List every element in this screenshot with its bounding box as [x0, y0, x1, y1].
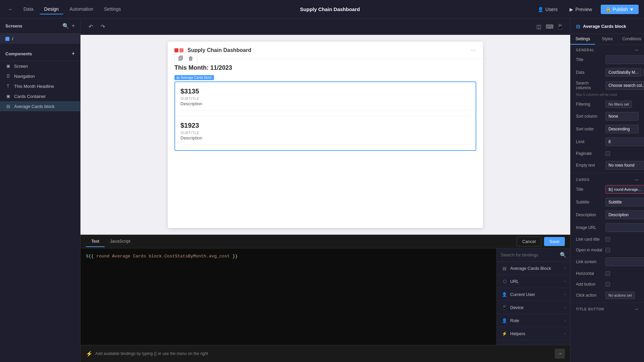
- add-button-checkbox[interactable]: [605, 282, 610, 287]
- field-sort-order: Sort order Descending: [571, 123, 644, 135]
- search-icon[interactable]: 🔍: [62, 23, 69, 29]
- filtering-button[interactable]: No filters set: [605, 101, 632, 108]
- preview-button[interactable]: ▶ Preview: [566, 5, 595, 14]
- redo-button[interactable]: ↷: [98, 22, 107, 32]
- copy-block-button[interactable]: 🗐: [176, 54, 185, 63]
- save-button[interactable]: Save: [544, 237, 565, 246]
- back-button[interactable]: ←: [5, 4, 16, 15]
- sidebar-item-label: This Month Headline: [14, 84, 54, 89]
- click-action-button[interactable]: No actions set: [605, 292, 635, 299]
- panel-tab-conditions[interactable]: Conditions: [620, 34, 644, 45]
- sidebar-item-headline[interactable]: T This Month Headline: [0, 81, 80, 91]
- screen-dot: [5, 37, 9, 41]
- card-title-input[interactable]: [605, 185, 644, 194]
- sidebar-item-label: Average Cards block: [14, 104, 54, 109]
- field-card-title-control: ⚡: [605, 185, 644, 194]
- tablet-view-button[interactable]: ⌨: [545, 22, 554, 32]
- card-divider-2: [180, 144, 470, 145]
- block-tag-label: Average Cards block: [181, 76, 212, 79]
- headline-icon: T: [5, 83, 11, 89]
- paginate-checkbox[interactable]: [605, 151, 610, 156]
- field-search-columns-label: Search columns: [576, 81, 603, 90]
- empty-text-input[interactable]: [605, 161, 644, 170]
- dots-menu[interactable]: ⋯: [471, 47, 476, 53]
- link-screen-input[interactable]: [605, 257, 644, 266]
- canvas-toolbar: ↶ ↷ ◫ ⌨ 📱: [80, 19, 570, 35]
- card-item-1: $3135 SUBTITLE Description: [175, 82, 476, 116]
- headline-text: This Month: 11/2023: [174, 64, 476, 71]
- sidebar-item-average-cards[interactable]: ▤ Average Cards block: [0, 101, 80, 111]
- search-columns-select[interactable]: Choose search col...: [605, 81, 644, 90]
- add-component-icon[interactable]: +: [72, 51, 75, 57]
- divider: [571, 173, 644, 173]
- bindings-search-input[interactable]: [501, 252, 557, 257]
- field-data-control: CostStatsBy M... ⚙: [605, 68, 644, 77]
- tab-data[interactable]: Data: [19, 4, 38, 14]
- field-limit: Limit ▲ ▼: [571, 135, 644, 148]
- field-link-card-title-control: [605, 237, 639, 242]
- open-in-modal-checkbox[interactable]: [605, 248, 610, 252]
- cards-collapse-button[interactable]: —: [635, 178, 639, 182]
- screens-label: Screens: [5, 23, 22, 28]
- field-link-screen-control: ⚡ ▼: [605, 257, 644, 266]
- panel-tab-settings[interactable]: Settings: [571, 34, 595, 45]
- add-screen-icon[interactable]: +: [72, 23, 75, 29]
- panel-tab-styles[interactable]: Styles: [595, 34, 620, 45]
- horizontal-checkbox[interactable]: [605, 271, 610, 276]
- field-image-url: Image URL ⚡: [571, 221, 644, 234]
- field-link-screen: Link screen ⚡ ▼: [571, 255, 644, 268]
- delete-block-button[interactable]: 🗑: [186, 54, 196, 63]
- mobile-view-button[interactable]: 📱: [555, 22, 565, 32]
- sort-order-select[interactable]: Descending: [605, 125, 639, 133]
- sort-column-select[interactable]: None: [605, 112, 639, 121]
- code-editor[interactable]: ${{ round Average Cards block.CostStatsB…: [80, 248, 496, 345]
- tab-automation[interactable]: Automation: [65, 4, 98, 14]
- sidebar-item-cards-container[interactable]: ▣ Cards Container: [0, 91, 80, 101]
- sidebar-item-screen[interactable]: ▣ Screen: [0, 61, 80, 71]
- binding-item-helpers[interactable]: ⚡ Helpers ›: [497, 327, 570, 340]
- right-panel-header: ▤ Average Cards block: [571, 19, 644, 34]
- binding-item-role[interactable]: 👤 Role ›: [497, 314, 570, 327]
- field-sort-order-control: Descending: [605, 125, 639, 133]
- description-input[interactable]: [605, 210, 644, 219]
- subtitle-input[interactable]: [605, 198, 644, 206]
- field-click-action-label: Click action: [576, 293, 603, 298]
- field-search-columns: Search columns Choose search col...: [571, 79, 644, 92]
- card-description-1: Description: [180, 101, 470, 106]
- search-icon: 🔍: [560, 252, 567, 258]
- helpers-icon: ⚡: [501, 330, 507, 337]
- binding-item-average-cards[interactable]: ▤ Average Cards Block ›: [497, 262, 570, 275]
- cancel-button[interactable]: Cancel: [517, 237, 541, 246]
- general-collapse-button[interactable]: —: [635, 48, 639, 52]
- title-input[interactable]: [605, 55, 644, 64]
- field-click-action: Click action No actions set: [571, 290, 644, 301]
- publish-button[interactable]: 🔒 Publish ▼: [601, 5, 639, 14]
- binding-item-device[interactable]: 📱 Device ›: [497, 301, 570, 314]
- nav-tabs: Data Design Automation Settings: [19, 4, 126, 14]
- tab-settings[interactable]: Settings: [99, 4, 126, 14]
- undo-button[interactable]: ↶: [86, 22, 95, 32]
- editor-tab-javascript[interactable]: JavaScript: [105, 236, 136, 247]
- binding-icon: ▤: [501, 265, 507, 271]
- field-horizontal-control: [605, 271, 639, 276]
- desktop-view-button[interactable]: ◫: [534, 22, 543, 32]
- screen-item[interactable]: /: [0, 34, 80, 44]
- field-description-control: ⚡: [605, 210, 644, 219]
- device-icon: 📱: [501, 304, 507, 310]
- title-button-collapse-button[interactable]: —: [635, 307, 639, 311]
- binding-item-current-user[interactable]: 👤 Current User ›: [497, 288, 570, 301]
- submit-binding-button[interactable]: →: [555, 349, 565, 359]
- tab-design[interactable]: Design: [40, 4, 64, 14]
- data-select[interactable]: CostStatsBy M...: [605, 68, 642, 77]
- editor-tab-text[interactable]: Text: [86, 236, 105, 247]
- limit-input[interactable]: [605, 137, 644, 146]
- binding-label: ▤ Average Cards Block: [501, 265, 551, 271]
- sidebar-item-navigation[interactable]: ☰ Navigation: [0, 71, 80, 81]
- average-cards-icon: ▤: [5, 104, 11, 109]
- binding-item-url[interactable]: ⬡ URL ›: [497, 275, 570, 288]
- image-url-input[interactable]: [605, 223, 644, 232]
- users-button[interactable]: 👤 Users: [534, 5, 561, 14]
- panel-title: Average Cards block: [583, 24, 626, 29]
- right-actions: 👤 Users ▶ Preview 🔒 Publish ▼: [534, 5, 639, 14]
- link-card-title-checkbox[interactable]: [605, 237, 610, 242]
